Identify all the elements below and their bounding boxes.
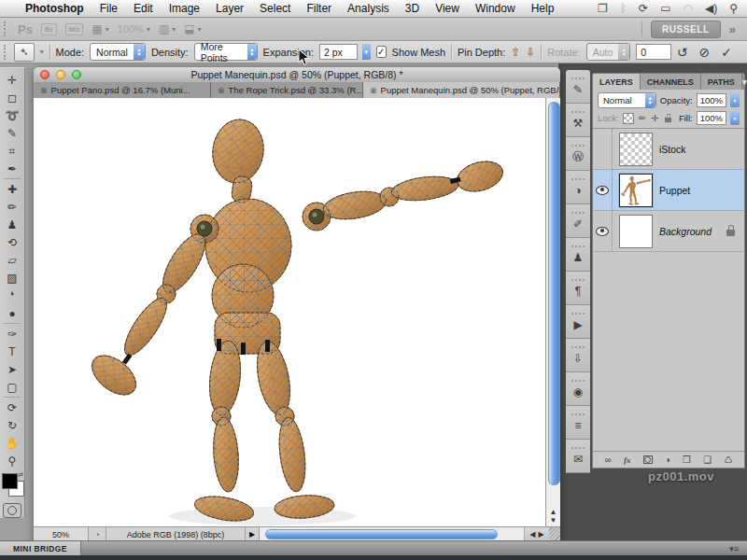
zoom-button[interactable] <box>72 70 81 79</box>
lasso-tool-icon[interactable]: ➰ <box>2 106 22 124</box>
panel-actions-button[interactable]: ▶ <box>566 305 590 339</box>
fill-input[interactable]: 100% <box>697 111 726 125</box>
zoom-percentage-field[interactable]: 50% <box>34 527 89 541</box>
opacity-input[interactable]: 100% <box>697 93 726 107</box>
panel-notes-button[interactable]: ≡ <box>566 406 590 440</box>
horizontal-scrollbar[interactable] <box>260 527 524 541</box>
lock-position-icon[interactable]: ✛ <box>651 114 658 123</box>
mode-select[interactable]: Normal ▲▼ <box>90 43 146 61</box>
3d-rotate-tool-icon[interactable]: ⟳ <box>2 399 22 416</box>
zoom-level-button[interactable]: 100% ▾ <box>118 23 150 35</box>
display-icon[interactable]: ▭ <box>660 2 670 15</box>
new-group-icon[interactable]: ❒ <box>683 455 691 465</box>
canvas[interactable] <box>34 98 545 526</box>
layer-thumbnail[interactable] <box>619 133 653 166</box>
mini-bridge-tab[interactable]: MINI BRIDGE <box>0 541 81 555</box>
panel-histogram-button[interactable]: ◉ <box>566 372 590 406</box>
document-titlebar[interactable]: Puppet Manequin.psd @ 50% (Puppet, RGB/8… <box>34 67 560 83</box>
vertical-scroll-arrows[interactable]: ▲▼ <box>546 508 560 525</box>
volume-icon[interactable]: ◀) <box>705 2 717 15</box>
launch-bridge-button[interactable]: Br <box>41 23 57 35</box>
show-mesh-checkbox[interactable]: ✓ <box>376 46 387 58</box>
panel-brush-presets-button[interactable]: ✐ <box>566 204 590 238</box>
foreground-color-swatch[interactable] <box>2 473 18 489</box>
document-tab-3[interactable]: ⊗Puppet Manequin.psd @ 50% (Puppet, RGB/… <box>363 82 560 98</box>
puppet-warp-tool-icon[interactable]: ➴ <box>14 43 34 62</box>
minimize-button[interactable] <box>56 70 65 79</box>
menu-layer[interactable]: Layer <box>216 2 244 15</box>
arrange-documents-button[interactable]: ▥ ▾ <box>159 22 176 35</box>
brush-tool-icon[interactable]: ✏ <box>2 198 22 216</box>
adjustment-layer-icon[interactable]: ◑ <box>665 455 670 465</box>
dodge-tool-icon[interactable]: ● <box>2 304 22 322</box>
opacity-dropdown-icon[interactable]: ▼ <box>730 93 740 107</box>
eyedropper-tool-icon[interactable]: ✒ <box>2 160 22 177</box>
quick-mask-button[interactable] <box>3 503 21 518</box>
hand-tool-icon[interactable]: ✋ <box>2 434 22 452</box>
marquee-tool-icon[interactable]: ◻ <box>2 89 22 106</box>
delete-layer-icon[interactable]: ♺ <box>724 455 732 465</box>
menu-help[interactable]: Help <box>531 2 555 15</box>
bluetooth-icon[interactable]: ᛒ <box>620 2 627 15</box>
panel-history-button[interactable]: ⇩ <box>566 339 590 372</box>
link-layers-icon[interactable]: ∞ <box>605 455 612 465</box>
swap-colors-icon[interactable]: ⇄ <box>18 471 23 479</box>
panel-clone-source-button[interactable]: ♟ <box>566 238 590 272</box>
launch-minibridge-button[interactable]: Mb <box>65 23 84 35</box>
panel-tab-paths[interactable]: PATHS <box>701 74 742 90</box>
screen-mode-button[interactable]: ⬓ ▾ <box>184 22 201 35</box>
panel-character-button[interactable]: ¶ <box>566 272 590 305</box>
panel-tab-layers[interactable]: LAYERS <box>593 74 641 90</box>
pen-tool-icon[interactable]: ✑ <box>2 325 22 343</box>
rotate-select[interactable]: Auto ▲▼ <box>586 43 631 61</box>
path-selection-tool-icon[interactable]: ➤ <box>2 360 22 378</box>
view-extras-button[interactable]: ▦ ▾ <box>92 22 108 35</box>
quick-selection-tool-icon[interactable]: ✎ <box>2 124 22 142</box>
document-tab-1[interactable]: ⊗Puppet Pano.psd @ 16.7% (Muni... <box>34 82 211 98</box>
expansion-input[interactable]: 2 px <box>319 44 358 60</box>
vertical-scrollbar[interactable]: ▲▼ <box>545 98 560 526</box>
spotlight-icon[interactable]: ⚲ <box>729 2 738 15</box>
panel-tab-channels[interactable]: CHANNELS <box>641 74 701 90</box>
menu-filter[interactable]: Filter <box>306 2 331 15</box>
layer-thumbnail[interactable] <box>619 174 653 207</box>
menu-analysis[interactable]: Analysis <box>347 2 389 15</box>
airport-icon[interactable]: ◠ <box>683 2 692 15</box>
new-layer-icon[interactable]: ❑ <box>703 455 712 465</box>
zoom-tool-icon[interactable]: ⚲ <box>2 452 22 469</box>
tab-close-icon[interactable]: ⊗ <box>218 86 225 95</box>
blur-tool-icon[interactable]: ❛ <box>2 287 22 304</box>
expansion-spinner-icon[interactable]: ▼ <box>362 44 371 60</box>
pin-backward-icon[interactable]: ⇩ <box>526 46 535 59</box>
vertical-scroll-thumb[interactable] <box>548 102 560 485</box>
blend-mode-select[interactable]: Normal ▲▼ <box>598 92 656 108</box>
layer-row-puppet[interactable]: Puppet <box>593 170 744 211</box>
eraser-tool-icon[interactable]: ▱ <box>2 251 22 269</box>
panel-overflow-chevron[interactable]: » <box>729 22 740 36</box>
cancel-icon[interactable]: ⊘ <box>699 45 711 60</box>
layer-style-icon[interactable]: fx <box>624 455 631 465</box>
spaces-icon[interactable]: ❐ <box>598 2 608 15</box>
resize-grip[interactable] <box>549 527 560 541</box>
shape-tool-icon[interactable]: ▢ <box>2 378 22 396</box>
clone-stamp-tool-icon[interactable]: ♟ <box>2 216 22 233</box>
history-brush-tool-icon[interactable]: ⟲ <box>2 233 22 251</box>
horizontal-scroll-arrows[interactable]: ◀▶ <box>524 527 549 541</box>
menu-view[interactable]: View <box>435 2 459 15</box>
3d-orbit-tool-icon[interactable]: ↻ <box>2 416 22 434</box>
menu-3d[interactable]: 3D <box>405 2 419 15</box>
fill-dropdown-icon[interactable]: ▼ <box>730 111 740 125</box>
visibility-toggle[interactable] <box>593 170 613 210</box>
rotate-angle-input[interactable]: 0 <box>636 44 671 60</box>
gradient-tool-icon[interactable]: ▧ <box>2 269 22 287</box>
menu-edit[interactable]: Edit <box>134 2 153 15</box>
crop-tool-icon[interactable]: ⌗ <box>2 142 22 160</box>
cs-live-user-badge[interactable]: RUSSELL <box>651 21 721 38</box>
reset-icon[interactable]: ↺ <box>677 45 688 60</box>
type-tool-icon[interactable]: T <box>2 343 22 360</box>
status-menu-arrow[interactable]: ▶ <box>246 527 260 541</box>
panel-adjustments-button[interactable]: ◑ <box>566 171 590 204</box>
document-tab-2[interactable]: ⊗The Rope Trick.psd @ 33.3% (R... <box>211 82 363 98</box>
panel-review-button[interactable]: ✉ <box>566 440 590 473</box>
close-button[interactable] <box>40 70 49 79</box>
